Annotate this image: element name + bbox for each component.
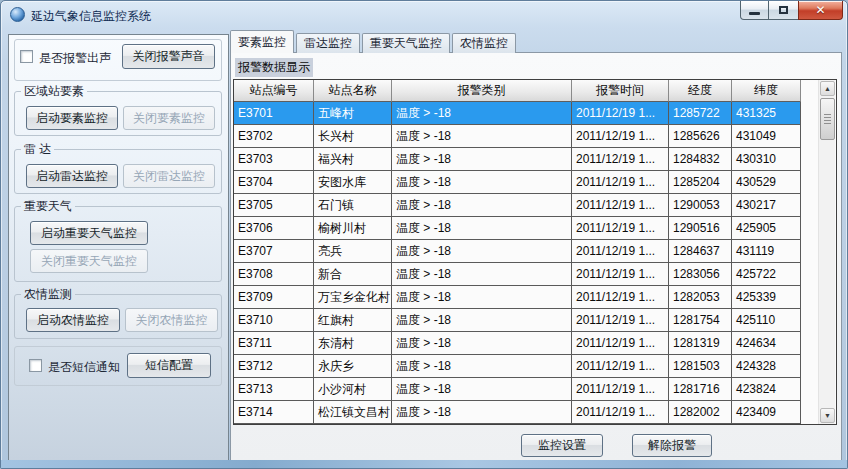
table-cell: 温度 > -18 [392, 171, 572, 194]
group-title: 重要天气 [21, 198, 75, 215]
table-cell: 温度 > -18 [392, 378, 572, 401]
table-row[interactable]: E3712永庆乡温度 > -182011/12/19 1...128150342… [234, 355, 801, 378]
table-cell: E3704 [234, 171, 314, 194]
table-cell: E3705 [234, 194, 314, 217]
table-cell: 2011/12/19 1... [572, 401, 669, 424]
table-cell: 小沙河村 [314, 378, 392, 401]
table-cell: E3709 [234, 286, 314, 309]
column-header[interactable]: 报警时间 [572, 80, 669, 102]
tab-page: 报警数据显示 站点编号站点名称报警类别报警时间经度纬度 E3701五峰村温度 >… [230, 52, 842, 461]
table-cell: 424634 [732, 332, 801, 355]
vertical-scrollbar[interactable]: ▲ ▼ [818, 80, 835, 424]
tab-strip: 要素监控雷达监控重要天气监控农情监控 [230, 30, 518, 53]
start-weather-monitor-button[interactable]: 启动重要天气监控 [30, 221, 148, 245]
start-element-monitor-button[interactable]: 启动要素监控 [26, 106, 118, 130]
minimize-button[interactable] [740, 1, 769, 20]
stop-weather-monitor-button[interactable]: 关闭重要天气监控 [30, 249, 148, 273]
table-cell: 1285626 [669, 125, 732, 148]
table-row[interactable]: E3713小沙河村温度 > -182011/12/19 1...12817164… [234, 378, 801, 401]
column-header[interactable]: 经度 [669, 80, 732, 102]
close-icon: ✕ [815, 4, 825, 16]
table-cell: 温度 > -18 [392, 355, 572, 378]
table-cell: 温度 > -18 [392, 102, 572, 125]
stop-agri-monitor-button[interactable]: 关闭农情监控 [125, 308, 218, 332]
table-cell: 2011/12/19 1... [572, 309, 669, 332]
stop-element-monitor-button[interactable]: 关闭要素监控 [123, 106, 215, 130]
table-cell: 1285204 [669, 171, 732, 194]
table-row[interactable]: E3703福兴村温度 > -182011/12/19 1...128483243… [234, 148, 801, 171]
table-cell: 红旗村 [314, 309, 392, 332]
table-row[interactable]: E3704安图水库温度 > -182011/12/19 1...12852044… [234, 171, 801, 194]
scroll-down-icon[interactable]: ▼ [820, 408, 835, 423]
sms-notify-checkbox[interactable] [29, 359, 42, 372]
title-bar[interactable]: 延边气象信息监控系统 ✕ [1, 1, 847, 30]
table-cell: 1290053 [669, 194, 732, 217]
table-cell: 2011/12/19 1... [572, 263, 669, 286]
window-controls: ✕ [740, 1, 843, 20]
table-cell: 1281716 [669, 378, 732, 401]
table-row[interactable]: E3711东清村温度 > -182011/12/19 1...128131942… [234, 332, 801, 355]
start-agri-monitor-button[interactable]: 启动农情监控 [26, 308, 120, 332]
table-cell: 2011/12/19 1... [572, 171, 669, 194]
table-cell: 东清村 [314, 332, 392, 355]
tab-4[interactable]: 农情监控 [452, 33, 516, 53]
table-row[interactable]: E3701五峰村温度 > -182011/12/19 1...128572243… [234, 102, 801, 125]
tab-3[interactable]: 重要天气监控 [362, 33, 450, 53]
stop-radar-monitor-button[interactable]: 关闭雷达监控 [123, 164, 215, 188]
column-header[interactable]: 纬度 [732, 80, 801, 102]
scroll-up-icon[interactable]: ▲ [820, 81, 835, 96]
table-cell: 2011/12/19 1... [572, 194, 669, 217]
table-cell: 五峰村 [314, 102, 392, 125]
table-cell: 福兴村 [314, 148, 392, 171]
table-row[interactable]: E3708新合温度 > -182011/12/19 1...1283056425… [234, 263, 801, 286]
table-row[interactable]: E3714松江镇文昌村温度 > -182011/12/19 1...128200… [234, 401, 801, 424]
table-cell: 新合 [314, 263, 392, 286]
table-cell: 2011/12/19 1... [572, 332, 669, 355]
minimize-icon [749, 12, 760, 15]
column-header[interactable]: 站点编号 [234, 80, 314, 102]
table-row[interactable]: E3707亮兵温度 > -182011/12/19 1...1284637431… [234, 240, 801, 263]
table-cell: 1282002 [669, 401, 732, 424]
table-row[interactable]: E3710红旗村温度 > -182011/12/19 1...128175442… [234, 309, 801, 332]
table-row[interactable]: E3706榆树川村温度 > -182011/12/19 1...12905164… [234, 217, 801, 240]
tab-2[interactable]: 雷达监控 [296, 33, 360, 53]
tab-1[interactable]: 要素监控 [230, 30, 294, 53]
table-cell: 431049 [732, 125, 801, 148]
table-cell: 榆树川村 [314, 217, 392, 240]
table-cell: 温度 > -18 [392, 217, 572, 240]
table-cell: 1290516 [669, 217, 732, 240]
table-cell: 万宝乡金化村 [314, 286, 392, 309]
column-header[interactable]: 站点名称 [314, 80, 392, 102]
start-radar-monitor-button[interactable]: 启动雷达监控 [26, 164, 118, 188]
table-cell: 423409 [732, 401, 801, 424]
window-title: 延边气象信息监控系统 [31, 8, 151, 25]
scrollbar-thumb[interactable] [820, 98, 835, 140]
cancel-alarm-button[interactable]: 解除报警 [632, 434, 712, 457]
table-row[interactable]: E3702长兴村温度 > -182011/12/19 1...128562643… [234, 125, 801, 148]
table-cell: 1282053 [669, 286, 732, 309]
table-cell: 425722 [732, 263, 801, 286]
monitor-settings-button[interactable]: 监控设置 [521, 434, 603, 457]
sms-config-button[interactable]: 短信配置 [127, 353, 211, 378]
sound-alert-label: 是否报警出声 [39, 50, 111, 67]
table-cell: 2011/12/19 1... [572, 148, 669, 171]
close-button[interactable]: ✕ [798, 1, 843, 20]
table-cell: 423824 [732, 378, 801, 401]
column-header[interactable]: 报警类别 [392, 80, 572, 102]
sound-alert-checkbox[interactable] [20, 50, 33, 63]
table-cell: 430217 [732, 194, 801, 217]
table-cell: E3710 [234, 309, 314, 332]
table-cell: 2011/12/19 1... [572, 286, 669, 309]
table-body: E3701五峰村温度 > -182011/12/19 1...128572243… [234, 102, 801, 424]
table-cell: E3714 [234, 401, 314, 424]
table-cell: 温度 > -18 [392, 309, 572, 332]
group-title: 雷 达 [21, 141, 54, 158]
table-cell: E3711 [234, 332, 314, 355]
close-alert-sound-button[interactable]: 关闭报警声音 [122, 44, 215, 69]
sidebar: 是否报警出声 关闭报警声音 区域站要素 启动要素监控 关闭要素监控 雷 达 启动… [8, 34, 229, 461]
table-cell: 松江镇文昌村 [314, 401, 392, 424]
maximize-button[interactable] [769, 1, 798, 20]
group-title: 农情监测 [21, 286, 75, 303]
table-row[interactable]: E3705石门镇温度 > -182011/12/19 1...129005343… [234, 194, 801, 217]
table-row[interactable]: E3709万宝乡金化村温度 > -182011/12/19 1...128205… [234, 286, 801, 309]
